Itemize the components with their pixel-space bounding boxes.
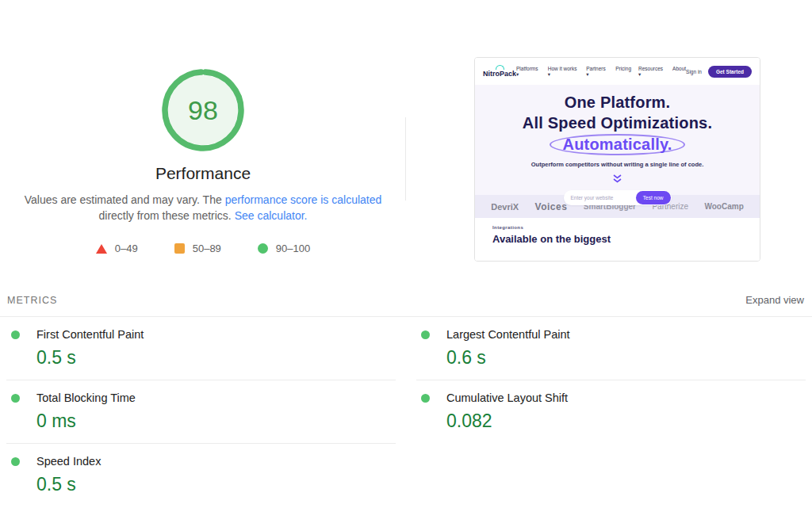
nav-link-resources: Resources ▾ bbox=[638, 66, 665, 78]
get-started-button: Get Started bbox=[708, 66, 752, 78]
see-calculator-link[interactable]: See calculator. bbox=[235, 209, 308, 222]
description-text-1: Values are estimated and may vary. The bbox=[25, 193, 225, 206]
hero-heading-line2: All Speed Optimizations. bbox=[523, 114, 712, 132]
nitropack-logo: NitroPack bbox=[483, 65, 516, 78]
hero-heading: One Platform. All Speed Optimizations. A… bbox=[475, 92, 760, 155]
legend-item-pass: 90–100 bbox=[258, 243, 310, 254]
woocamp-logo: WooCamp bbox=[704, 202, 743, 211]
score-legend: 0–49 50–89 90–100 bbox=[0, 243, 406, 254]
expand-view-link[interactable]: Expand view bbox=[745, 294, 804, 306]
integrations-label: Integrations bbox=[492, 225, 760, 230]
voices-logo: Voices bbox=[535, 201, 568, 212]
legend-range-average: 50–89 bbox=[193, 243, 221, 254]
metric-first-contentful-paint: First Contentful Paint 0.5 s bbox=[6, 317, 396, 380]
description-text-2: directly from these metrics. bbox=[99, 209, 235, 222]
devrix-logo: DevriX bbox=[491, 202, 519, 212]
metrics-grid: First Contentful Paint 0.5 s Largest Con… bbox=[6, 317, 806, 507]
nav-link-partners: Partners ▾ bbox=[586, 66, 608, 78]
pass-dot-icon bbox=[11, 394, 20, 403]
performance-score-value: 98 bbox=[162, 69, 244, 151]
metric-value: 0.5 s bbox=[36, 474, 396, 495]
metric-total-blocking-time: Total Blocking Time 0 ms bbox=[6, 380, 396, 444]
pass-dot-icon bbox=[421, 394, 430, 403]
performance-score-calculated-link[interactable]: performance score is calculated bbox=[225, 193, 382, 206]
nav-link-platforms: Platforms ▾ bbox=[516, 66, 541, 78]
preview-hero: One Platform. All Speed Optimizations. A… bbox=[475, 85, 760, 195]
metric-value: 0.082 bbox=[446, 411, 806, 432]
vertical-divider bbox=[405, 117, 406, 201]
website-input: Enter your website Test now bbox=[564, 190, 672, 205]
preview-navbar: NitroPack Platforms ▾ How it works ▾ Par… bbox=[475, 58, 760, 85]
sign-in-label: Sign in bbox=[686, 69, 702, 74]
metric-name: Total Blocking Time bbox=[36, 392, 136, 404]
metric-empty-cell bbox=[416, 444, 806, 507]
metrics-section: METRICS Expand view First Contentful Pai… bbox=[0, 289, 812, 507]
hero-heading-line1: One Platform. bbox=[565, 94, 671, 111]
performance-score-gauge: 98 bbox=[162, 69, 244, 151]
metric-name: Cumulative Layout Shift bbox=[446, 392, 568, 404]
preview-nav-links: Platforms ▾ How it works ▾ Partners ▾ Pr… bbox=[516, 66, 686, 78]
fail-triangle-icon bbox=[96, 244, 107, 254]
hero-heading-line3: Automatically. bbox=[550, 134, 684, 155]
score-description: Values are estimated and may vary. The p… bbox=[0, 193, 406, 223]
nav-link-how-it-works: How it works ▾ bbox=[548, 66, 580, 78]
brand-name: NitroPack bbox=[483, 70, 516, 78]
metric-value: 0 ms bbox=[36, 411, 396, 432]
pass-dot-icon bbox=[11, 330, 20, 339]
nav-link-pricing: Pricing bbox=[615, 66, 631, 78]
metric-speed-index: Speed Index 0.5 s bbox=[6, 444, 396, 507]
legend-item-average: 50–89 bbox=[174, 243, 221, 254]
metric-name: Largest Contentful Paint bbox=[446, 328, 570, 341]
metric-value: 0.6 s bbox=[446, 347, 806, 369]
test-now-button: Test now bbox=[636, 191, 671, 204]
nav-link-about: About bbox=[672, 66, 686, 78]
double-chevron-down-icon bbox=[475, 172, 760, 186]
pass-dot-icon bbox=[421, 330, 430, 339]
integrations-heading: Available on the biggest bbox=[492, 233, 760, 245]
legend-range-pass: 90–100 bbox=[276, 243, 310, 254]
performance-title: Performance bbox=[0, 164, 406, 183]
hero-subheading: Outperform competitors without writing a… bbox=[475, 161, 760, 168]
metric-name: Speed Index bbox=[36, 455, 101, 468]
legend-range-fail: 0–49 bbox=[115, 243, 138, 254]
metric-name: First Contentful Paint bbox=[36, 328, 144, 341]
metrics-header: METRICS Expand view bbox=[0, 289, 812, 306]
average-square-icon bbox=[174, 243, 185, 254]
pass-circle-icon bbox=[258, 243, 268, 254]
site-preview-thumbnail[interactable]: NitroPack Platforms ▾ How it works ▾ Par… bbox=[474, 57, 760, 262]
performance-report: 98 Performance Values are estimated and … bbox=[0, 0, 812, 508]
metric-cumulative-layout-shift: Cumulative Layout Shift 0.082 bbox=[416, 380, 806, 444]
preview-integrations-section: Integrations Available on the biggest bbox=[475, 218, 760, 261]
metric-largest-contentful-paint: Largest Contentful Paint 0.6 s bbox=[416, 317, 806, 380]
legend-item-fail: 0–49 bbox=[96, 243, 138, 254]
metrics-heading: METRICS bbox=[7, 295, 57, 306]
performance-summary: 98 Performance Values are estimated and … bbox=[0, 0, 406, 254]
pass-dot-icon bbox=[11, 457, 20, 466]
metric-value: 0.5 s bbox=[36, 347, 396, 369]
